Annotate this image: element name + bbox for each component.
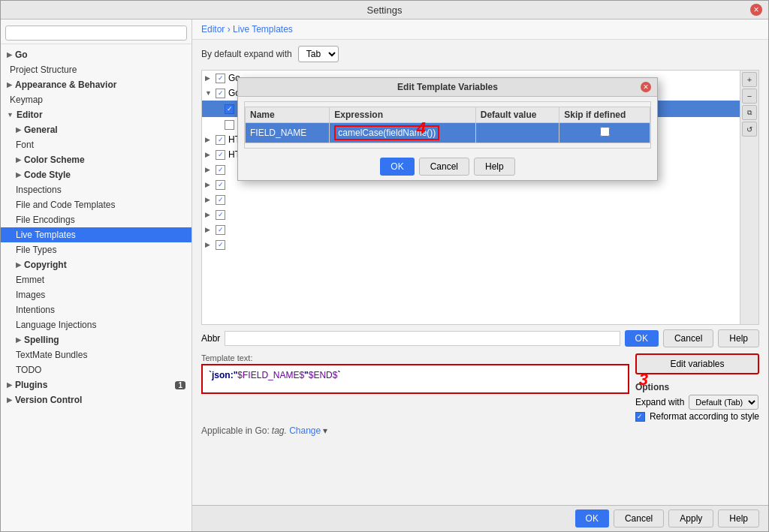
sidebar-item-file-code-templates[interactable]: File and Code Templates (1, 197, 191, 212)
sidebar-item-version-control[interactable]: ▶ Version Control (1, 392, 191, 407)
tree-arrow: ▶ (205, 166, 213, 173)
col-expression: Expression (330, 107, 475, 123)
expand-with-select[interactable]: Default (Tab) (689, 395, 758, 410)
tree-checkbox[interactable]: ✓ (216, 89, 225, 98)
undo-button[interactable]: ↺ (742, 122, 757, 137)
cell-skip-defined[interactable] (559, 123, 650, 143)
tree-checkbox[interactable]: ✓ (216, 240, 225, 250)
sidebar-item-language-injections[interactable]: Language Injections (1, 317, 191, 332)
tree-item-row11[interactable]: ▶ ✓ (202, 237, 740, 252)
sidebar-item-color-scheme[interactable]: ▶ Color Scheme (1, 152, 191, 167)
reformat-label: Reformat according to style (650, 411, 759, 422)
sidebar-item-editor[interactable]: ▼ Editor (1, 107, 191, 122)
sidebar-item-copyright[interactable]: ▶ Copyright (1, 257, 191, 272)
tree-item-row8[interactable]: ▶ ✓ (202, 192, 740, 207)
applicable-label: Applicable in Go: (201, 425, 270, 436)
tree-checkbox[interactable]: ✓ (216, 135, 225, 145)
sidebar-item-font[interactable]: Font (1, 137, 191, 152)
sidebar-item-label: Intentions (16, 305, 55, 315)
dialog-close-button[interactable]: × (641, 82, 651, 92)
sidebar-item-plugins[interactable]: ▶ Plugins 1 (1, 377, 191, 392)
sidebar-item-appearance[interactable]: ▶ Appearance & Behavior (1, 77, 191, 92)
search-bar (1, 23, 191, 44)
template-text-content: `json:" (209, 370, 237, 380)
abbr-input[interactable] (225, 331, 620, 346)
sidebar-item-emmet[interactable]: Emmet (1, 272, 191, 287)
add-button[interactable]: + (742, 72, 757, 87)
sidebar-item-label: Project Structure (10, 65, 77, 75)
dialog-help-button[interactable]: Help (718, 329, 759, 347)
sidebar-item-label: TextMate Bundles (16, 350, 87, 360)
tpl-backtick: ` (337, 370, 340, 380)
edit-variables-button[interactable]: Edit variables (635, 353, 759, 374)
breadcrumb-parent: Editor (201, 24, 225, 35)
remove-button[interactable]: − (742, 89, 757, 104)
sidebar-item-general[interactable]: ▶ General (1, 122, 191, 137)
sidebar-item-live-templates[interactable]: Live Templates (1, 227, 191, 242)
sidebar-item-label: TODO (16, 365, 41, 375)
expand-arrow: ▶ (16, 261, 21, 269)
sidebar-item-label: Language Injections (16, 320, 96, 330)
expand-arrow: ▶ (7, 81, 12, 89)
applicable-change-link[interactable]: Change (289, 425, 321, 436)
tree-checkbox[interactable]: ✓ (216, 180, 225, 190)
search-input[interactable] (5, 26, 187, 41)
sidebar-item-go[interactable]: ▶ Go (1, 47, 191, 62)
dialog-buttons: OK Cancel Help (238, 153, 657, 180)
expand-with-label: Expand with (635, 397, 684, 407)
tree-checkbox[interactable]: ✓ (216, 74, 225, 83)
sidebar-item-keymap[interactable]: Keymap (1, 92, 191, 107)
tree-arrow: ▶ (205, 211, 213, 218)
tree-checkbox[interactable]: ✓ (216, 150, 225, 160)
dialog-inner-help-button[interactable]: Help (474, 158, 515, 176)
tree-item-row10[interactable]: ▶ ✓ (202, 222, 740, 237)
template-text-box[interactable]: `json:"$FIELD_NAME$"$END$` (201, 364, 629, 394)
applicable-dropdown-icon[interactable]: ▾ (323, 425, 327, 436)
sidebar-item-project-structure[interactable]: Project Structure (1, 62, 191, 77)
sidebar-item-textmate-bundles[interactable]: TextMate Bundles (1, 347, 191, 362)
tree-checkbox[interactable]: ✓ (216, 165, 225, 175)
expand-arrow: ▶ (7, 381, 12, 389)
sidebar-item-label: File and Code Templates (16, 200, 116, 210)
reformat-checkbox[interactable]: ✓ (635, 412, 645, 422)
tree-checkbox[interactable]: ✓ (216, 195, 225, 205)
col-name: Name (246, 107, 330, 123)
tree-arrow: ▶ (205, 151, 213, 158)
sidebar-item-label: Editor (17, 110, 43, 120)
tree-checkbox[interactable]: ✓ (225, 104, 234, 114)
window-ok-button[interactable]: OK (575, 509, 609, 527)
sidebar-item-images[interactable]: Images (1, 287, 191, 302)
window-apply-button[interactable]: Apply (668, 509, 713, 527)
tree-checkbox[interactable] (225, 120, 234, 130)
breadcrumb: Editor › Live Templates (192, 20, 768, 40)
dialog-cancel-button[interactable]: Cancel (663, 329, 713, 347)
sidebar-item-file-types[interactable]: File Types (1, 242, 191, 257)
sidebar-item-file-encodings[interactable]: File Encodings (1, 212, 191, 227)
tree-checkbox[interactable]: ✓ (216, 210, 225, 220)
sidebar-item-inspections[interactable]: Inspections (1, 182, 191, 197)
dialog-ok-button[interactable]: OK (625, 330, 659, 347)
tree-item-row9[interactable]: ▶ ✓ (202, 207, 740, 222)
tree-arrow: ▶ (205, 136, 213, 143)
col-default-value: Default value (475, 107, 559, 123)
dialog-inner-cancel-button[interactable]: Cancel (419, 158, 469, 176)
table-row[interactable]: FIELD_NAME camelCase(fieldName()) (246, 123, 650, 143)
dialog-inner-ok-button[interactable]: OK (380, 158, 414, 176)
edit-template-variables-dialog: Edit Template Variables × Name (237, 77, 658, 181)
sidebar-item-spelling[interactable]: ▶ Spelling (1, 332, 191, 347)
options-section: Options Expand with Default (Tab) ✓ Refo… (635, 382, 759, 423)
skip-if-defined-checkbox[interactable] (600, 127, 610, 137)
tree-checkbox[interactable]: ✓ (216, 225, 225, 235)
sidebar-item-label: Keymap (10, 95, 43, 105)
expand-default-select[interactable]: Tab (298, 46, 339, 62)
sidebar-item-intentions[interactable]: Intentions (1, 302, 191, 317)
window-cancel-button[interactable]: Cancel (614, 509, 664, 527)
sidebar-item-todo[interactable]: TODO (1, 362, 191, 377)
sidebar-item-code-style[interactable]: ▶ Code Style (1, 167, 191, 182)
window-help-button[interactable]: Help (718, 509, 759, 527)
sidebar-item-label: Inspections (16, 185, 62, 195)
close-button[interactable]: × (750, 4, 762, 16)
copy-button[interactable]: ⧉ (742, 105, 757, 120)
tree-arrow: ▼ (205, 89, 213, 97)
expand-arrow: ▶ (16, 156, 21, 164)
